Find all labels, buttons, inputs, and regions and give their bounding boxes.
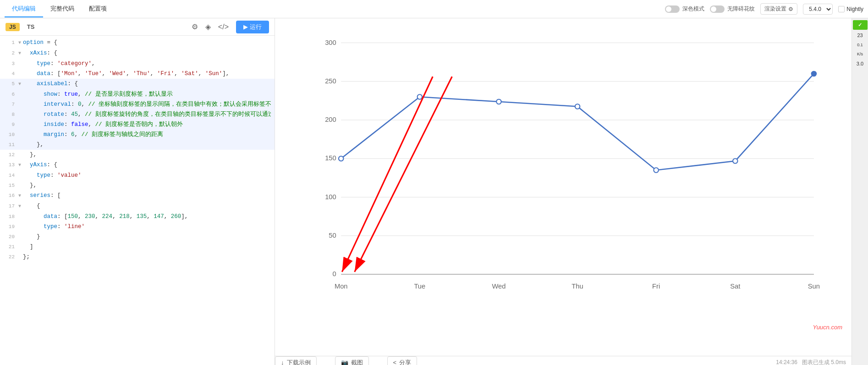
no-barrier-label: 无障碍花纹 <box>727 5 755 13</box>
code-line: 22 }; <box>0 252 275 262</box>
status-time: 14:24:36 <box>776 359 797 365</box>
code-line: 4 data: ['Mon', 'Tue', 'Wed', 'Thu', 'Fr… <box>0 69 275 79</box>
code-line: 8 rotate: 45, // 刻度标签旋转的角度，在类目轴的类目标签显示不下… <box>0 109 275 120</box>
run-icon: ▶ <box>243 23 248 30</box>
run-button[interactable]: ▶ 运行 <box>236 21 269 33</box>
code-line: 5 ▼ axisLabel: { <box>0 79 275 89</box>
tab-group: 代码编辑 完整代码 配置项 <box>5 1 114 17</box>
dark-mode-toggle[interactable] <box>665 5 680 13</box>
run-label: 运行 <box>250 23 262 31</box>
no-barrier-toggle-group: 无障碍花纹 <box>710 5 755 13</box>
code-line: 11 }, <box>0 140 275 150</box>
code-panel: JS TS ⚙ ◈ </> ▶ 运行 1 ▼ option = { 2 <box>0 18 275 365</box>
download-icon: ↓ <box>281 359 284 365</box>
code-line: 6 show: true, // 是否显示刻度标签，默认显示 <box>0 89 275 99</box>
ts-badge[interactable]: TS <box>23 22 38 31</box>
camera-icon: 📷 <box>341 359 348 365</box>
code-line: 12 }, <box>0 150 275 160</box>
svg-text:Wed: Wed <box>492 283 505 290</box>
nightly-group: Nightly <box>838 6 863 12</box>
main-layout: JS TS ⚙ ◈ </> ▶ 运行 1 ▼ option = { 2 <box>0 18 868 365</box>
chart-bottom-bar: ↓ 下载示例 📷 截图 < 分享 14:24:36 图表已生成 5.0ms <box>275 356 852 365</box>
svg-text:Mon: Mon <box>335 283 348 290</box>
svg-line-23 <box>342 76 433 272</box>
svg-text:50: 50 <box>329 232 336 239</box>
screenshot-label: 截图 <box>351 359 363 365</box>
data-point-tue <box>418 94 423 99</box>
render-settings-btn[interactable]: 渲染设置 ⚙ <box>760 3 797 15</box>
code-line: 9 inside: false, // 刻度标签是否朝内，默认朝外 <box>0 120 275 130</box>
cube-icon[interactable]: ◈ <box>205 22 211 31</box>
svg-text:150: 150 <box>325 154 336 162</box>
code-line: 20 } <box>0 232 275 242</box>
code-line: 2 ▼ xAxis: { <box>0 48 275 59</box>
data-point-sun <box>812 71 817 76</box>
code-line: 21 ] <box>0 242 275 252</box>
data-point-thu <box>575 104 580 109</box>
svg-text:Fri: Fri <box>652 283 660 290</box>
status-bar: 14:24:36 图表已生成 5.0ms <box>776 359 852 365</box>
tab-full-code[interactable]: 完整代码 <box>43 1 82 17</box>
nightly-checkbox[interactable] <box>838 6 845 12</box>
svg-text:100: 100 <box>325 193 336 201</box>
screenshot-btn[interactable]: 📷 截图 <box>335 356 369 365</box>
svg-line-24 <box>355 76 452 272</box>
toggle-knob <box>666 6 671 12</box>
tab-code-editor[interactable]: 代码编辑 <box>5 1 43 17</box>
code-line: 16 ▼ series: [ <box>0 191 275 201</box>
svg-text:Tue: Tue <box>414 283 425 290</box>
svg-text:200: 200 <box>325 116 336 123</box>
svg-text:250: 250 <box>325 77 336 85</box>
render-settings-label: 渲染设置 <box>764 5 786 13</box>
side-panel-right: ✓ 23 0.1 K/s 3.0 <box>852 18 868 365</box>
version-select[interactable]: 5.4.0 <box>803 4 833 15</box>
unit-badge: K/s <box>853 50 868 58</box>
share-label: 分享 <box>399 359 411 365</box>
data-point-mon <box>339 156 344 161</box>
dark-mode-toggle-group: 深色模式 <box>665 5 704 13</box>
data-point-wed <box>496 99 501 104</box>
number2-badge: 0.1 <box>853 41 868 49</box>
top-bar: 代码编辑 完整代码 配置项 深色模式 无障碍花纹 渲染设置 ⚙ 5.4.0 Ni… <box>0 0 868 18</box>
code-line: 3 type: 'category', <box>0 59 275 69</box>
share-icon: < <box>393 359 397 365</box>
code-line: 7 interval: 0, // 坐标轴刻度标签的显示间隔，在类目轴中有效；默… <box>0 99 275 109</box>
js-badge[interactable]: JS <box>5 23 20 31</box>
dark-mode-label: 深色模式 <box>682 5 704 13</box>
code-line: 10 margin: 6, // 刻度标签与轴线之间的距离 <box>0 130 275 140</box>
code-icon[interactable]: </> <box>218 23 229 31</box>
download-btn[interactable]: ↓ 下载示例 <box>275 356 317 365</box>
data-point-fri <box>654 168 659 173</box>
settings-icon[interactable]: ⚙ <box>192 22 198 31</box>
code-line: 19 type: 'line' <box>0 222 275 232</box>
number1-badge: 23 <box>853 31 868 40</box>
chart-panel: 300 250 200 150 100 50 0 Mon Tue Wed Thu… <box>275 18 852 365</box>
download-label: 下载示例 <box>287 359 311 365</box>
no-barrier-toggle[interactable] <box>710 5 725 13</box>
code-line: 14 type: 'value' <box>0 170 275 180</box>
share-btn[interactable]: < 分享 <box>387 356 418 365</box>
code-toolbar: JS TS ⚙ ◈ </> ▶ 运行 <box>0 18 275 36</box>
code-line: 1 ▼ option = { <box>0 38 275 48</box>
toolbar-right: 深色模式 无障碍花纹 渲染设置 ⚙ 5.4.0 Nightly <box>665 3 863 15</box>
svg-text:0: 0 <box>333 270 336 278</box>
check-badge: ✓ <box>853 20 868 30</box>
chart-svg: 300 250 200 150 100 50 0 Mon Tue Wed Thu… <box>302 27 833 328</box>
code-line: 18 data: [150, 230, 224, 218, 135, 147, … <box>0 212 275 222</box>
watermark: Yuucn.com <box>813 324 842 331</box>
svg-text:Sun: Sun <box>808 283 820 290</box>
chart-area: 300 250 200 150 100 50 0 Mon Tue Wed Thu… <box>275 18 852 356</box>
no-barrier-knob <box>711 6 716 12</box>
number3-badge: 3.0 <box>853 59 868 68</box>
code-line: 13 ▼ yAxis: { <box>0 160 275 170</box>
code-line: 15 }, <box>0 180 275 191</box>
svg-text:300: 300 <box>325 39 336 46</box>
tab-config[interactable]: 配置项 <box>82 1 114 17</box>
code-line: 17 ▼ { <box>0 201 275 212</box>
svg-text:Thu: Thu <box>571 283 583 290</box>
code-editor-area[interactable]: 1 ▼ option = { 2 ▼ xAxis: { 3 type: 'cat… <box>0 36 275 365</box>
code-toolbar-icons: ⚙ ◈ </> ▶ 运行 <box>192 21 269 33</box>
data-point-sat <box>733 158 738 163</box>
gear-icon: ⚙ <box>788 6 793 12</box>
nightly-label: Nightly <box>846 6 863 12</box>
